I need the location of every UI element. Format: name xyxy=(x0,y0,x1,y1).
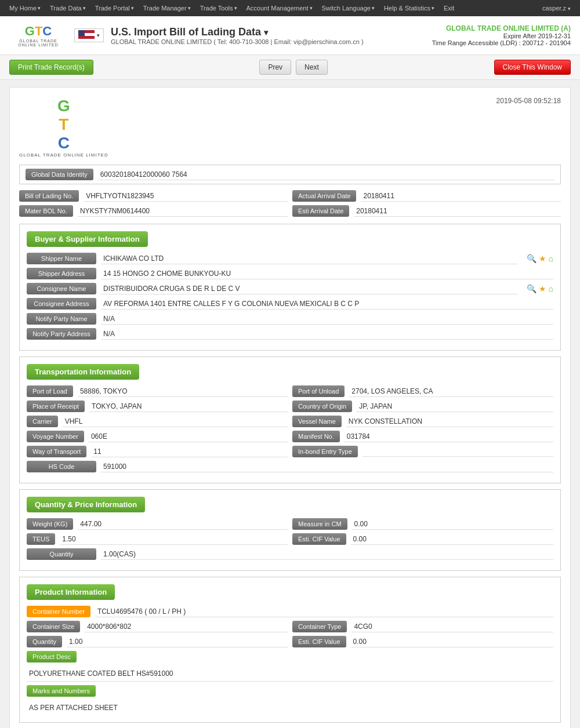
chevron-down-icon: ▾ xyxy=(372,5,375,11)
consignee-icons: 🔍 ★ ⌂ xyxy=(527,284,553,293)
teus-cif-row: TEUS 1.50 Esti. CIF Value 0.00 xyxy=(27,533,553,545)
esti-arrival-label: Esti Arrival Date xyxy=(292,205,349,217)
consignee-name-value: DISTRIBUIDORA CRUGA S DE R L DE C V xyxy=(101,283,517,294)
next-button-top[interactable]: Next xyxy=(296,60,328,75)
record-logo: GTC GLOBAL TRADE ONLINE LIMITED xyxy=(19,97,108,158)
nav-trade-data[interactable]: Trade Data ▾ xyxy=(45,5,90,12)
shipper-home-icon[interactable]: ⌂ xyxy=(549,254,553,263)
top-navigation: My Home ▾ Trade Data ▾ Trade Portal ▾ Tr… xyxy=(0,0,580,16)
chevron-down-icon: ▾ xyxy=(38,5,41,11)
voyage-number-value: 060E xyxy=(89,431,288,442)
hs-code-label: HS Code xyxy=(27,461,96,472)
container-number-label: Container Number xyxy=(27,606,90,617)
notify-party-name-row: Notify Party Name N/A xyxy=(27,313,553,325)
global-data-identity-value: 600320180412000060 7564 xyxy=(98,169,554,180)
measure-in-cm-label: Measure in CM xyxy=(292,518,347,530)
nav-trade-portal[interactable]: Trade Portal ▾ xyxy=(90,5,139,12)
container-size-label: Container Size xyxy=(27,621,80,632)
product-desc-value: POLYURETHANE COATED BELT HS#591000 xyxy=(27,666,553,682)
time-range: Time Range Accessible (LDR) : 200712 - 2… xyxy=(432,39,571,46)
shipper-address-row: Shipper Address 14 15 HONGO 2 CHOME BUNK… xyxy=(27,268,553,279)
chevron-down-icon: ▾ xyxy=(83,5,86,11)
vessel-name-label: Vessel Name xyxy=(292,416,342,427)
nav-switch-language[interactable]: Switch Language ▾ xyxy=(317,5,379,12)
product-header: Product Information xyxy=(27,584,115,600)
port-of-unload-value: 2704, LOS ANGELES, CA xyxy=(349,386,553,397)
consignee-search-icon[interactable]: 🔍 xyxy=(527,284,536,293)
shipper-name-value: ICHIKAWA CO LTD xyxy=(101,253,517,264)
buyer-supplier-section: Buyer & Supplier Information Shipper Nam… xyxy=(19,224,561,351)
us-flag xyxy=(78,30,95,41)
esti-arrival-value: 20180411 xyxy=(354,206,561,217)
consignee-home-icon[interactable]: ⌂ xyxy=(549,284,553,293)
shipper-address-label: Shipper Address xyxy=(27,268,96,279)
way-of-transport-value: 11 xyxy=(91,446,288,457)
print-record-button-top[interactable]: Print Trade Record(s) xyxy=(9,60,93,75)
product-quantity-value: 1.00 xyxy=(67,636,288,647)
container-type-value: 4CG0 xyxy=(351,621,553,632)
country-of-origin-value: JP, JAPAN xyxy=(357,401,553,412)
notify-party-address-label: Notify Party Address xyxy=(27,328,96,340)
chevron-down-icon: ▾ xyxy=(97,32,100,38)
page-title-area: U.S. Import Bill of Lading Data ▾ GLOBAL… xyxy=(111,26,425,45)
expire-date: Expire After 2019-12-31 xyxy=(432,32,571,39)
buyer-supplier-header: Buyer & Supplier Information xyxy=(27,231,148,247)
container-type-label: Container Type xyxy=(292,621,347,632)
manifest-no-label: Manifest No. xyxy=(292,431,340,442)
prev-button-top[interactable]: Prev xyxy=(259,60,291,75)
shipper-search-icon[interactable]: 🔍 xyxy=(527,254,536,263)
transportation-header: Transportation Information xyxy=(27,364,139,380)
quantity-row: Quantity 1.00(CAS) xyxy=(27,548,553,560)
port-of-unload-label: Port of Unload xyxy=(292,385,345,397)
shipper-address-value: 14 15 HONGO 2 CHOME BUNKYOU-KU xyxy=(101,268,553,279)
quantity-label: Quantity xyxy=(27,548,96,560)
close-window-button-top[interactable]: Close This Window xyxy=(494,60,571,75)
transportation-section: Transportation Information Port of Load … xyxy=(19,356,561,483)
nav-trade-manager[interactable]: Trade Manager ▾ xyxy=(139,5,195,12)
chevron-down-icon: ▾ xyxy=(568,6,571,12)
product-section: Product Information Container Number TCL… xyxy=(19,577,561,723)
top-toolbar: Print Trade Record(s) Prev Next Close Th… xyxy=(0,55,580,80)
chevron-down-icon: ▾ xyxy=(131,5,134,11)
chevron-down-icon: ▾ xyxy=(188,5,191,11)
nav-account-management[interactable]: Account Management ▾ xyxy=(242,5,317,12)
container-number-row: Container Number TCLU4695476 ( 00 / L / … xyxy=(27,606,553,617)
account-info: GLOBAL TRADE ONLINE LIMITED (A) Expire A… xyxy=(432,24,571,46)
port-of-load-label: Port of Load xyxy=(27,385,73,397)
voyage-number-label: Voyage Number xyxy=(27,431,84,442)
country-of-origin-label: Country of Origin xyxy=(292,401,352,412)
vessel-name-value: NYK CONSTELLATION xyxy=(346,416,553,427)
nav-my-home[interactable]: My Home ▾ xyxy=(5,5,45,12)
consignee-star-icon[interactable]: ★ xyxy=(539,284,546,293)
actual-arrival-label: Actual Arrival Date xyxy=(292,190,356,202)
title-dropdown-icon: ▾ xyxy=(264,28,268,37)
language-selector[interactable]: ▾ xyxy=(74,28,104,42)
weight-measure-row: Weight (KG) 447.00 Measure in CM 0.00 xyxy=(27,518,553,530)
measure-in-cm-value: 0.00 xyxy=(352,519,553,530)
global-data-identity-row: Global Data Identity 600320180412000060 … xyxy=(19,165,561,184)
nav-help-statistics[interactable]: Help & Statistics ▾ xyxy=(379,5,439,12)
page-title: U.S. Import Bill of Lading Data ▾ xyxy=(111,26,425,38)
in-bond-entry-type-value xyxy=(362,446,553,457)
nav-exit[interactable]: Exit xyxy=(439,5,459,12)
actual-arrival-value: 20180411 xyxy=(361,191,561,202)
marks-numbers-row: Marks and Numbers xyxy=(27,685,553,697)
product-quantity-label: Quantity xyxy=(27,636,62,647)
quantity-price-section: Quantity & Price Information Weight (KG)… xyxy=(19,489,561,571)
shipper-star-icon[interactable]: ★ xyxy=(539,254,546,263)
consignee-address-label: Consignee Address xyxy=(27,298,96,310)
notify-party-address-row: Notify Party Address N/A xyxy=(27,328,553,340)
weight-label: Weight (KG) xyxy=(27,518,73,530)
quantity-price-header: Quantity & Price Information xyxy=(27,497,145,512)
product-desc-label: Product Desc xyxy=(27,651,77,663)
hs-code-value: 591000 xyxy=(101,461,553,472)
nav-trade-tools[interactable]: Trade Tools ▾ xyxy=(195,5,242,12)
hs-code-row: HS Code 591000 xyxy=(27,461,553,472)
consignee-address-row: Consignee Address AV REFORMA 1401 ENTRE … xyxy=(27,298,553,310)
record-card: GTC GLOBAL TRADE ONLINE LIMITED 2019-05-… xyxy=(9,87,571,728)
port-row: Port of Load 58886, TOKYO Port of Unload… xyxy=(27,385,553,397)
container-size-value: 4000*806*802 xyxy=(85,621,288,632)
consignee-name-row: Consignee Name DISTRIBUIDORA CRUGA S DE … xyxy=(27,283,553,294)
port-of-load-value: 58886, TOKYO xyxy=(78,386,288,397)
carrier-value: VHFL xyxy=(63,416,288,427)
